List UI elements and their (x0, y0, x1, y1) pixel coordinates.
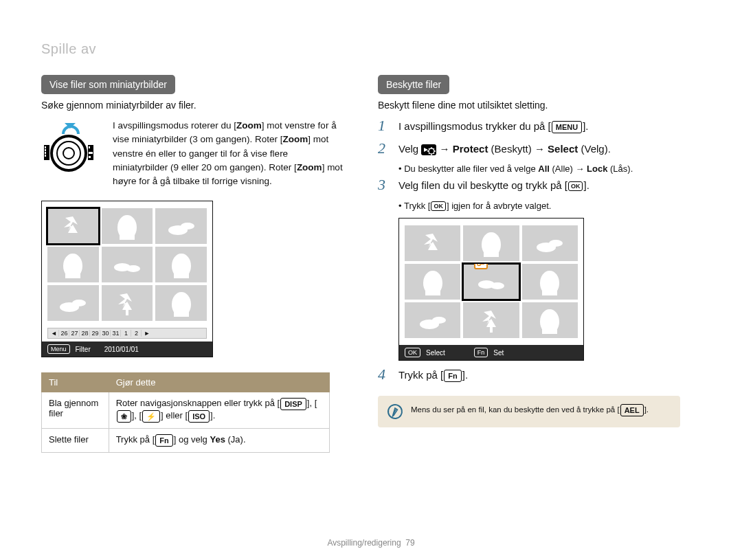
thumb (522, 264, 578, 300)
thumbnail-item (47, 285, 99, 321)
svg-rect-7 (45, 155, 46, 157)
select-label: Select (426, 349, 445, 357)
protect-screen: OK Select Fn Set (398, 218, 584, 361)
step-3-sub: Trykk [OK] igjen for å avbryte valget. (398, 201, 680, 212)
td-delete: Slette filer (42, 429, 109, 453)
svg-point-19 (126, 265, 140, 272)
svg-rect-40 (542, 289, 557, 295)
left-column: Vise filer som miniatyrbilder Søke gjenn… (41, 75, 344, 453)
thumbnail-item (102, 208, 153, 244)
svg-rect-5 (45, 149, 46, 151)
svg-rect-45 (542, 327, 557, 334)
date-label: 2010/01/01 (104, 346, 139, 353)
page-footer: Avspilling/redigering 79 (0, 538, 742, 548)
flash-key: ⚡ (142, 410, 160, 423)
thumbnail-item (102, 247, 153, 282)
zoom-label: Zoom (283, 134, 308, 144)
note-box: Mens du ser på en fil, kan du beskytte d… (378, 396, 680, 427)
svg-rect-21 (174, 271, 189, 278)
thumb (522, 225, 578, 261)
svg-rect-26 (174, 310, 189, 317)
thumb (405, 264, 460, 300)
svg-rect-43 (490, 326, 493, 333)
svg-point-1 (57, 142, 80, 165)
filmstrip: ◄ 26 27 28 29 30 31 1 2 ► (47, 328, 207, 339)
iso-key: ISO (188, 410, 210, 423)
svg-rect-6 (45, 152, 46, 154)
fn-key: Fn (444, 370, 461, 382)
thumbnails-lead: Søke gjennom miniatyrbilder av filer. (41, 100, 344, 111)
step-3: 3 Velg filen du vil beskytte og trykk på… (378, 178, 680, 194)
td-browse-action: Roter navigasjonsknappen eller trykk på … (109, 392, 329, 429)
thumb-selected (463, 264, 519, 300)
thumbnail-item (47, 247, 99, 282)
svg-rect-4 (45, 146, 46, 148)
step-1: 1 I avspillingsmodus trykker du på [MENU… (378, 119, 680, 135)
svg-point-2 (63, 148, 74, 159)
thumb (522, 302, 578, 338)
filmstrip-day: 26 (60, 330, 69, 337)
right-column: Beskytte filer Beskytt filene dine mot u… (378, 75, 680, 453)
filmstrip-day: 27 (70, 330, 80, 337)
protect-screen-footer: OK Select Fn Set (399, 345, 583, 360)
thumb (463, 302, 519, 338)
fn-key: Fn (474, 348, 488, 357)
thumb (463, 225, 519, 261)
filmstrip-day: 1 (122, 330, 131, 337)
protect-lead: Beskytt filene dine mot utilsiktet slett… (378, 100, 680, 111)
filmstrip-next: ► (142, 330, 152, 337)
svg-point-35 (477, 264, 481, 266)
svg-rect-13 (120, 233, 135, 240)
section-header: Spille av (41, 41, 701, 57)
svg-point-32 (549, 240, 563, 247)
td-browse: Bla gjennom filer (42, 392, 109, 429)
svg-point-23 (72, 300, 86, 306)
content-columns: Vise filer som miniatyrbilder Søke gjenn… (41, 75, 701, 453)
flower-key: ❀ (117, 410, 131, 423)
thumb (405, 225, 460, 261)
filmstrip-day: 30 (101, 330, 111, 337)
ok-key: OK (431, 201, 446, 211)
th-do: Gjør dette (109, 373, 329, 392)
td-delete-action: Trykk på [Fn] og velg Yes (Ja). (109, 429, 329, 453)
thumbnail-item (155, 247, 207, 282)
action-table: Til Gjør dette Bla gjennom filer Roter n… (41, 372, 330, 453)
note-icon (386, 403, 404, 421)
step-2-sub: Du beskytter alle filer ved å velge All … (398, 164, 680, 174)
filter-label: Filter (76, 346, 91, 353)
dial-instruction-row: I avspillingsmodus roterer du [Zoom] mot… (41, 119, 344, 188)
thumbnail-item (47, 208, 99, 244)
t: I avspillingsmodus roterer du [ (113, 120, 236, 131)
filmstrip-day: 29 (91, 330, 100, 337)
filmstrip-prev: ◄ (49, 330, 59, 337)
zoom-dial-icon (41, 119, 103, 174)
ok-key: OK (405, 348, 420, 357)
svg-rect-10 (89, 152, 93, 154)
thumbnails-heading: Vise filer som miniatyrbilder (41, 75, 175, 94)
thumb (405, 302, 460, 338)
screen-footer: Menu Filter 2010/01/01 (42, 341, 212, 357)
filmstrip-day: 2 (132, 330, 142, 337)
th-to: Til (42, 373, 109, 392)
svg-rect-9 (89, 146, 90, 148)
svg-rect-11 (89, 156, 91, 158)
disp-key: DISP (280, 398, 306, 410)
svg-rect-17 (65, 271, 80, 278)
svg-point-38 (491, 282, 504, 289)
thumbnail-item (155, 285, 207, 321)
svg-point-15 (181, 223, 194, 229)
svg-rect-36 (480, 264, 484, 265)
ael-key: AEL (620, 404, 644, 416)
ok-key: OK (568, 181, 583, 191)
note-text: Mens du ser på en fil, kan du beskytte d… (411, 404, 649, 416)
set-label: Set (493, 349, 504, 357)
step-2: 2 Velg → Protect (Beskytt) → Select (Vel… (378, 142, 680, 157)
playback-settings-icon (421, 144, 436, 155)
svg-rect-30 (484, 250, 499, 257)
lock-icon (474, 264, 488, 269)
svg-point-42 (432, 317, 446, 324)
svg-rect-24 (126, 309, 128, 315)
dial-instruction-text: I avspillingsmodus roterer du [Zoom] mot… (113, 119, 344, 188)
zoom-label: Zoom (236, 120, 262, 131)
zoom-label: Zoom (297, 162, 322, 172)
